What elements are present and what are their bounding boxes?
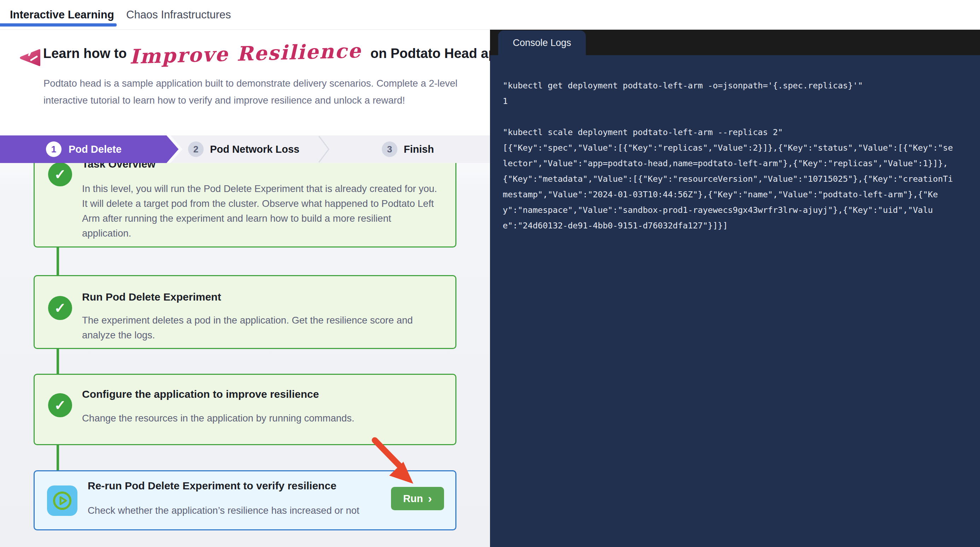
step-pod-network-loss[interactable]: 2 Pod Network Loss (188, 135, 299, 163)
console-log-line (503, 109, 969, 124)
console-log-line: e":"24d60132-de91-4bb0-9151-d76032dfa127… (503, 218, 969, 233)
step-pod-delete[interactable]: 1 Pod Delete (0, 135, 178, 163)
task-connector (57, 348, 59, 374)
chaos-logo-icon (16, 45, 43, 71)
step-number: 3 (382, 142, 398, 157)
console-log-line: "kubectl scale deployment podtato-left-a… (503, 124, 969, 140)
tutorial-description: Podtato head is a sample application bui… (43, 75, 459, 109)
title-highlight: Improve Resilience (127, 38, 367, 68)
console-log-line: "kubectl get deployment podtato-left-arm… (503, 78, 969, 93)
console-log-output[interactable]: "kubectl get deployment podtato-left-arm… (490, 55, 980, 547)
console-log-line: y":"namespace","Value":"sandbox-prod1-ra… (503, 202, 969, 218)
console-log-line: lector","Value":"app=podtato-head,name=p… (503, 156, 969, 171)
step-number: 2 (188, 142, 204, 157)
check-circle-icon: ✓ (48, 296, 72, 320)
tutorial-panel: Learn how to Improve Resilience on Podta… (0, 30, 490, 547)
tab-chaos-infrastructures[interactable]: Chaos Infrastructures (126, 0, 231, 30)
play-icon (47, 485, 78, 516)
console-log-line: 1 (503, 93, 969, 109)
red-annotation-arrow (366, 434, 423, 491)
task-title: Run Pod Delete Experiment (82, 291, 221, 303)
task-connector (57, 247, 59, 277)
step-label: Finish (404, 143, 434, 155)
console-panel: Console Logs "kubectl get deployment pod… (490, 30, 980, 547)
step-label: Pod Delete (68, 143, 122, 155)
title-prefix: Learn how to (43, 46, 127, 61)
console-log-line: mestamp","Value":"2024-01-03T10:44:56Z"}… (503, 187, 969, 202)
run-button-label: Run (403, 493, 423, 504)
task-connector (57, 444, 59, 471)
check-circle-icon: ✓ (48, 162, 72, 186)
active-tab-underline (0, 23, 117, 27)
step-label: Pod Network Loss (210, 143, 299, 155)
task-description: Check whether the application’s resilien… (88, 503, 399, 518)
task-title: Re-run Pod Delete Experiment to verify r… (88, 480, 337, 492)
step-progress-bar: 1 Pod Delete 2 Pod Network Loss 3 Finish (0, 135, 490, 163)
chaos-tutorial-screen: Interactive Learning Chaos Infrastructur… (0, 0, 980, 547)
page-title: Learn how to Improve Resilience on Podta… (43, 42, 482, 65)
step-number: 1 (46, 142, 62, 157)
console-log-line: [{"Key":"spec","Value":[{"Key":"replicas… (503, 140, 969, 156)
tab-console-logs[interactable]: Console Logs (498, 30, 586, 55)
top-tab-bar: Interactive Learning Chaos Infrastructur… (0, 0, 980, 30)
console-log-line: {"Key":"metadata","Value":[{"Key":"resou… (503, 171, 969, 187)
task-card-run-experiment: ✓ Run Pod Delete Experiment The experime… (33, 275, 457, 349)
task-title: Configure the application to improve res… (82, 388, 319, 400)
check-circle-icon: ✓ (48, 393, 72, 417)
task-description: The experiment deletes a pod in the appl… (82, 313, 432, 343)
task-description: In this level, you will run the Pod Dele… (82, 181, 441, 241)
step-finish[interactable]: 3 Finish (382, 135, 434, 163)
chevron-right-icon: › (428, 492, 432, 504)
task-description: Change the resources in the application … (82, 411, 446, 426)
step-separator-chevron (318, 135, 332, 163)
